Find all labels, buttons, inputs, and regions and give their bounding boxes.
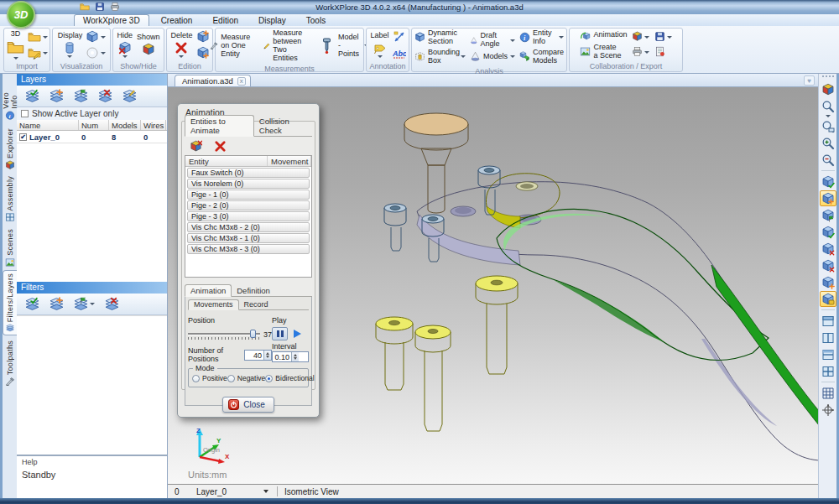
open-file-button[interactable] (28, 30, 48, 44)
remove-entity-icon[interactable] (214, 140, 227, 153)
viewport-split-h-icon[interactable] (820, 346, 836, 362)
zoom-in-icon[interactable] (820, 135, 836, 151)
close-button[interactable]: Close (222, 397, 274, 413)
layers-list-area[interactable] (17, 143, 167, 282)
filters-list-area[interactable] (17, 315, 167, 455)
zoom-out-icon[interactable] (820, 152, 836, 168)
show-active-layer-checkbox[interactable] (21, 110, 29, 117)
animation-button[interactable]: Animation (580, 30, 627, 41)
tab-options-icon[interactable]: ♥ (804, 75, 815, 86)
filter-check-icon[interactable] (25, 297, 39, 311)
model-points-button[interactable]: Model - Points (318, 34, 369, 59)
sidetab-explorer[interactable]: Explorer (3, 122, 17, 173)
pause-button[interactable] (272, 327, 288, 340)
text-annotation-button[interactable] (393, 46, 406, 60)
interval-stepper[interactable]: 0.10 (272, 351, 309, 362)
view-front-icon[interactable] (820, 190, 836, 206)
chevron-down-icon[interactable] (263, 490, 268, 493)
view-left-icon[interactable] (820, 224, 836, 240)
render-mode-button[interactable] (86, 30, 106, 44)
zoom-window-icon[interactable] (820, 118, 836, 134)
origin-icon[interactable] (820, 402, 836, 418)
tab-movements[interactable]: Movements (188, 299, 239, 310)
tab-close-icon[interactable]: x (237, 77, 246, 86)
menu-tab-tools[interactable]: Tools (298, 15, 334, 26)
draft-angle-button[interactable]: Draft Angle (470, 32, 515, 49)
split-button[interactable] (196, 46, 210, 60)
radio-negative[interactable]: Negative (227, 374, 266, 382)
view-back-icon[interactable] (820, 207, 836, 223)
layer-selector[interactable]: Layer_0 (196, 487, 263, 496)
entity-info-button[interactable]: Entity Info (519, 29, 564, 46)
export-save-button[interactable] (654, 31, 665, 44)
color-button[interactable] (86, 46, 106, 60)
sidetab-assembly[interactable]: Assembly (3, 173, 17, 225)
position-slider[interactable] (188, 330, 260, 340)
dynamic-section-button[interactable]: Dynamic Section (414, 29, 466, 46)
display-button[interactable]: Display (57, 32, 84, 57)
delete-button[interactable]: Delete (169, 32, 193, 57)
view-lock-icon[interactable] (820, 291, 836, 307)
layer-activate-icon[interactable] (25, 89, 39, 103)
import-recent-button[interactable] (28, 46, 48, 60)
screw-part-2[interactable] (384, 204, 406, 251)
list-item[interactable]: Pige - 1 (0) (187, 190, 310, 200)
table-row[interactable]: ✔ Layer_0 0 8 0 (17, 131, 167, 143)
compare-models-button[interactable]: Compare Models (519, 49, 564, 65)
tab-collision-check[interactable]: Collision Check (254, 116, 312, 136)
layer-delete-icon[interactable] (98, 89, 112, 103)
publish-button[interactable] (632, 31, 643, 44)
list-item[interactable]: Vis Chc M3x8 - 1 (0) (187, 233, 310, 243)
bounding-box-button[interactable]: Bounding Box (414, 49, 466, 65)
list-item[interactable]: Vis Norelem (0) (187, 179, 310, 189)
dimension-button[interactable] (393, 30, 406, 44)
pin-part-1[interactable] (376, 317, 413, 390)
models-analysis-button[interactable]: Models (470, 51, 515, 62)
view-top-icon[interactable] (820, 257, 836, 273)
layer-add-icon[interactable] (50, 89, 64, 103)
label-button[interactable]: Label (369, 32, 389, 57)
radio-bidirectional[interactable]: Bidirectional (265, 374, 314, 382)
screw-part-1[interactable] (478, 166, 500, 215)
list-item[interactable]: Faux Switch (0) (187, 168, 310, 178)
report-button[interactable] (654, 46, 665, 59)
sidetab-vero-info[interactable]: Vero Info (3, 75, 17, 122)
transform-button[interactable] (196, 30, 210, 44)
list-item[interactable]: Vis Chc M3x8 - 3 (0) (187, 244, 310, 254)
base-plate-part[interactable] (417, 182, 818, 460)
play-button[interactable] (290, 327, 304, 340)
radio-positive[interactable]: Positive (192, 374, 227, 382)
measure-one-entity-button[interactable]: Measure on One Entity (210, 34, 258, 59)
menu-tab-edition[interactable]: Edition (204, 15, 247, 26)
menu-tab-workxplore[interactable]: WorkXplore 3D (74, 14, 149, 26)
document-tab[interactable]: Animation.a3d x (175, 75, 251, 86)
pin-part-2[interactable] (415, 325, 451, 431)
import-3d-button[interactable]: 3D (6, 30, 25, 60)
measure-two-entities-button[interactable]: Measure between Two Entities (263, 29, 313, 63)
export-print-button[interactable] (632, 46, 643, 59)
view-iso-icon[interactable] (820, 174, 836, 190)
filter-apply-button[interactable] (74, 297, 95, 311)
app-logo[interactable]: 3D (7, 1, 35, 29)
viewport-split-v-icon[interactable] (820, 330, 836, 346)
view-right-icon[interactable] (820, 241, 836, 257)
menu-tab-creation[interactable]: Creation (153, 15, 201, 26)
zoom-fit-icon[interactable] (820, 98, 836, 114)
sidetab-filters-layers[interactable]: Filters/Layers (3, 270, 17, 335)
tab-animation[interactable]: Animation (185, 284, 232, 297)
toolbar-grip[interactable] (822, 75, 834, 79)
filter-add-icon[interactable] (50, 297, 64, 311)
menu-tab-display[interactable]: Display (250, 15, 294, 26)
col-movement[interactable]: Movement (268, 156, 311, 166)
sidetab-toolpaths[interactable]: Toolpaths (3, 335, 17, 389)
add-entity-icon[interactable] (190, 140, 202, 153)
hide-button[interactable]: Hide (116, 32, 133, 57)
shown-button[interactable]: Shown (136, 34, 161, 55)
slider-handle[interactable] (250, 330, 256, 338)
num-positions-stepper[interactable]: 40 (244, 350, 272, 361)
list-item[interactable]: Pige - 3 (0) (187, 211, 310, 221)
filter-delete-icon[interactable] (105, 297, 119, 311)
view-cube-icon[interactable] (820, 81, 836, 97)
layer-row-checkbox[interactable]: ✔ (19, 133, 27, 141)
pin-part-3[interactable] (476, 276, 518, 374)
